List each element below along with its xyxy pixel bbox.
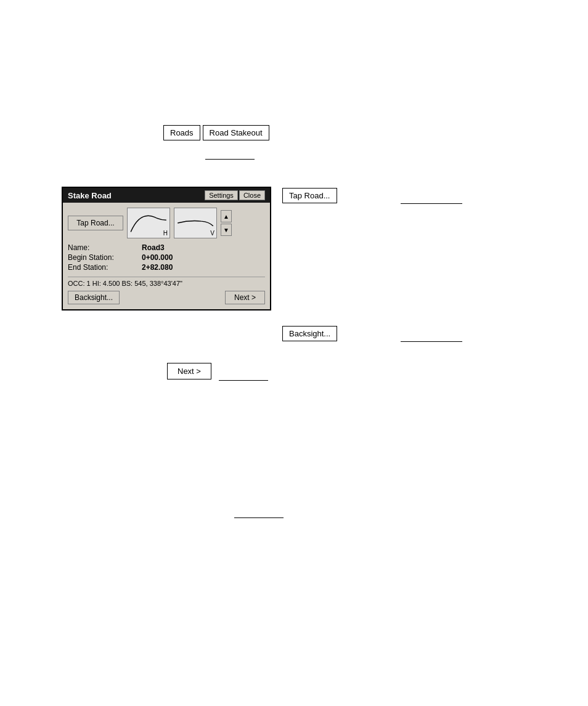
road-stakeout-breadcrumb-btn[interactable]: Road Stakeout xyxy=(203,125,269,140)
v-chart: V xyxy=(174,208,217,238)
next-underline xyxy=(219,380,268,381)
next-main-button[interactable]: Next > xyxy=(167,363,211,379)
breadcrumb: Roads Road Stakeout xyxy=(163,125,269,140)
dialog-title: Stake Road xyxy=(68,191,112,200)
close-button[interactable]: Close xyxy=(239,190,265,200)
dialog-top-row: Tap Road... H V ▲ ▼ xyxy=(68,208,265,238)
info-grid: Name: Road3 Begin Station: 0+00.000 End … xyxy=(68,243,265,272)
tap-road-right-label: Tap Road... xyxy=(282,188,337,203)
next-button-dialog[interactable]: Next > xyxy=(225,291,265,304)
end-station-value: 2+82.080 xyxy=(142,263,265,272)
chart-up-button[interactable]: ▲ xyxy=(221,210,232,222)
backsight-underline xyxy=(401,341,462,342)
tap-road-button[interactable]: Tap Road... xyxy=(68,216,123,230)
v-chart-label: V xyxy=(210,230,214,237)
dialog-body: Tap Road... H V ▲ ▼ Name: xyxy=(63,203,270,309)
name-label: Name: xyxy=(68,243,142,252)
occ-line: OCC: 1 HI: 4.500 BS: 545, 338°43'47" xyxy=(68,277,265,287)
backsight-right-label: Backsight... xyxy=(282,326,337,341)
begin-station-value: 0+00.000 xyxy=(142,253,265,262)
settings-button[interactable]: Settings xyxy=(205,190,238,200)
roads-breadcrumb-btn[interactable]: Roads xyxy=(163,125,200,140)
h-chart: H xyxy=(127,208,170,238)
breadcrumb-underline xyxy=(205,159,255,160)
h-chart-label: H xyxy=(163,230,168,237)
chart-controls: ▲ ▼ xyxy=(221,210,232,236)
end-station-label: End Station: xyxy=(68,263,142,272)
begin-station-label: Begin Station: xyxy=(68,253,142,262)
backsight-button[interactable]: Backsight... xyxy=(68,291,120,304)
chart-down-button[interactable]: ▼ xyxy=(221,224,232,236)
dialog-title-buttons: Settings Close xyxy=(205,190,265,200)
name-value: Road3 xyxy=(142,243,265,252)
tap-road-underline xyxy=(401,203,462,204)
stake-road-dialog: Stake Road Settings Close Tap Road... H … xyxy=(62,187,271,310)
dialog-title-bar: Stake Road Settings Close xyxy=(63,188,270,203)
dialog-bottom-row: Backsight... Next > xyxy=(68,291,265,304)
bottom-underline xyxy=(234,517,284,518)
